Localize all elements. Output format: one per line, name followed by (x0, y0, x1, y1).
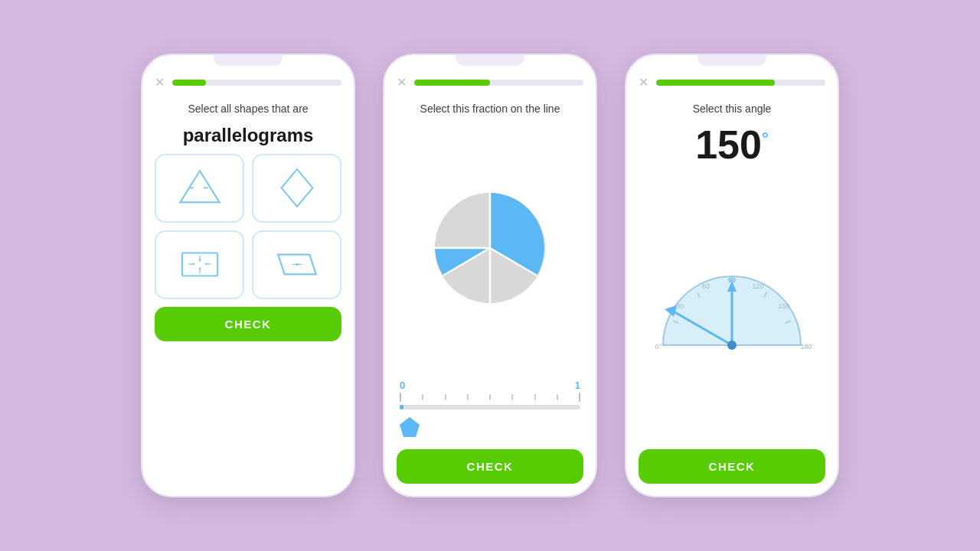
phone-parallelograms: ✕ Select all shapes that are parallelogr… (141, 54, 355, 497)
phone-notch-2 (456, 55, 524, 66)
slider-max-label: 1 (575, 380, 580, 391)
check-button[interactable]: CHECK (155, 307, 341, 341)
progress-track (172, 80, 341, 86)
svg-marker-4 (203, 187, 205, 189)
svg-text:180: 180 (800, 343, 812, 350)
phone-content-2: Select this fraction on the line (384, 96, 596, 496)
shape-card-triangle[interactable] (155, 154, 244, 223)
svg-text:150: 150 (778, 302, 789, 310)
svg-marker-19 (295, 263, 297, 266)
phone-angle: ✕ Select this angle 150° 0° 30 60 90 120… (625, 54, 839, 497)
check-button-3[interactable]: CHECK (639, 449, 825, 484)
svg-text:30: 30 (676, 302, 684, 310)
check-button-2[interactable]: CHECK (397, 449, 583, 484)
svg-marker-0 (180, 171, 219, 202)
degree-symbol: ° (762, 129, 769, 148)
top-bar-3: ✕ (626, 72, 838, 96)
phone-notch-3 (697, 55, 766, 66)
shapes-grid (155, 154, 341, 299)
diamond-icon (274, 167, 320, 209)
close-icon[interactable]: ✕ (155, 75, 165, 90)
question-word: parallelograms (183, 125, 314, 146)
progress-track-3 (656, 80, 825, 86)
slider-min-label: 0 (400, 380, 405, 391)
close-icon-3[interactable]: ✕ (639, 75, 648, 90)
svg-text:0°: 0° (655, 343, 662, 350)
progress-fill (172, 80, 206, 86)
parallelogram-rect-icon (177, 243, 223, 285)
phone-notch (214, 55, 283, 66)
phone-fraction: ✕ Select this fraction on the line (383, 54, 597, 497)
pie-container (429, 125, 551, 372)
svg-marker-12 (198, 259, 201, 262)
question-label: Select all shapes that are (188, 102, 308, 117)
top-bar: ✕ (142, 72, 354, 96)
protractor-svg[interactable]: 0° 30 60 90 120 150 180 (648, 253, 816, 360)
progress-fill-2 (414, 80, 490, 86)
question-label-2: Select this fraction on the line (420, 102, 560, 117)
svg-text:120: 120 (752, 282, 763, 290)
svg-marker-5 (281, 169, 312, 207)
svg-marker-14 (198, 267, 201, 269)
slider-container: 0 1 (397, 380, 583, 442)
triangle-icon (177, 167, 223, 209)
progress-track-2 (414, 80, 583, 86)
question-label-3: Select this angle (693, 102, 772, 117)
shape-card-parallelogram-rect[interactable] (155, 230, 244, 299)
slider-thumb-icon[interactable] (400, 417, 420, 439)
slider-track[interactable] (400, 405, 580, 409)
shape-card-diamond[interactable] (252, 154, 341, 223)
svg-text:60: 60 (702, 282, 710, 290)
parallelogram-skew-icon (274, 243, 320, 285)
close-icon-2[interactable]: ✕ (397, 75, 407, 90)
phone-content-3: Select this angle 150° 0° 30 60 90 120 1… (626, 96, 838, 496)
pie-chart (429, 187, 551, 309)
svg-marker-26 (400, 417, 420, 437)
svg-marker-2 (191, 187, 193, 189)
protractor-container: 0° 30 60 90 120 150 180 (639, 172, 825, 442)
svg-point-38 (727, 341, 737, 350)
svg-marker-10 (204, 262, 207, 265)
angle-number: 150° (695, 125, 769, 165)
shape-card-parallelogram-skew[interactable] (252, 230, 341, 299)
phone-content: Select all shapes that are parallelogram… (142, 96, 354, 496)
progress-fill-3 (656, 80, 775, 86)
svg-marker-8 (192, 262, 194, 265)
slider-labels: 0 1 (397, 380, 583, 391)
top-bar-2: ✕ (384, 72, 596, 96)
